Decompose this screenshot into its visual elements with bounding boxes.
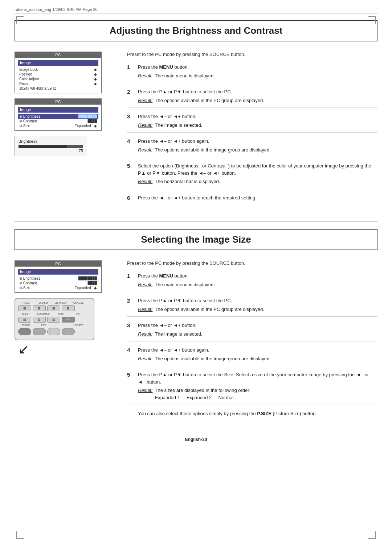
remote-btn-locate[interactable] — [62, 328, 75, 335]
monitor1-row1: Image Lock◆ — [18, 67, 98, 72]
monitor1-row3: Color Adjust◆ — [18, 77, 98, 81]
section1-step5: 5 Select the option (Brightness or Contr… — [127, 162, 377, 189]
header-text: rubens_monitor_eng 1/28/03 8:40 PM Page … — [15, 7, 98, 12]
s2-step2-result-label: Result: — [138, 306, 152, 313]
corner-bl — [16, 531, 24, 539]
remote-btn-blank — [47, 328, 60, 335]
monitor1-row2: Position◆ — [18, 72, 98, 77]
step1-content: Press the MENU button. Result: The main … — [138, 64, 377, 79]
section2-right-col: Preset to the PC mode by pressing the SO… — [127, 260, 377, 426]
brightness-label: Brightness — [19, 139, 83, 143]
step1-result-label: Result: — [138, 72, 152, 80]
section1-right-col: Preset to the PC mode by pressing the SO… — [127, 52, 377, 210]
monitor2-top: PC — [15, 99, 101, 105]
remote-btn-pbp[interactable] — [33, 328, 46, 335]
section2-step4: 4 Press the ◄– or ◄+ button again. Resul… — [127, 347, 377, 366]
section-divider — [15, 221, 377, 222]
step2-result-text: The options available in the PC group ar… — [155, 97, 264, 104]
brightness-slider-mockup: Brightness 75 — [15, 136, 87, 156]
remote-row1-btns: ⊟ ⊟ ⊟ ⊟ — [18, 305, 91, 311]
s2-step1-result-label: Result: — [138, 281, 152, 288]
section1-step1: 1 Press the MENU button. Result: The mai… — [127, 64, 377, 83]
s2-step2-result-text: The options available in the PC group ar… — [155, 306, 264, 313]
page-header: rubens_monitor_eng 1/28/03 8:40 PM Page … — [15, 7, 377, 13]
s2-step5-result-label: Result: — [138, 387, 152, 394]
s2-step1-result-text: The main menu is displayed. — [155, 281, 215, 288]
remote-label-cancel: CANCEL — [70, 301, 86, 304]
step1-result-text: The main menu is displayed. — [155, 72, 215, 80]
remote-label-blank — [53, 324, 69, 327]
monitor2-menu: Image — [18, 107, 98, 113]
s2-step3-content: Press the ◄– or ◄+ button. Result: The I… — [138, 322, 377, 337]
remote-btn-pip[interactable]: ON — [62, 317, 75, 323]
remote-row2-labels: SLEEP SUB/PAGE SIZE PIP — [18, 313, 91, 315]
remote-btn-size[interactable]: ⊟ — [47, 317, 60, 323]
step5-num: 5 — [127, 162, 138, 185]
arrow-indicator: ↙ — [18, 342, 116, 357]
remote-btn-hold[interactable]: ⊟ — [18, 305, 31, 311]
remote-btn-list[interactable]: ⊟ — [47, 305, 60, 311]
monitor2-row2: ⊕ Contrast████ — [18, 119, 98, 123]
step3-content: Press the ◄– or ◄+ button. Result: The I… — [138, 113, 377, 129]
section2-step5: 5 Press the P▲ or P▼ button to select th… — [127, 371, 377, 405]
remote-btn-psize[interactable] — [18, 328, 31, 335]
step4-num: 4 — [127, 138, 138, 153]
section2-title: Selecting the Image Size — [23, 234, 369, 245]
corner-tl — [16, 16, 24, 24]
section1-step3: 3 Press the ◄– or ◄+ button. Result: The… — [127, 113, 377, 133]
monitor2-inner: Image ⊕ Brightness████████ ⊕ Contrast███… — [15, 105, 101, 130]
remote-btn-subpage[interactable]: ⊟ — [33, 317, 46, 323]
monitor3-row3: ⊕ SizeExpanded 1◆ — [18, 285, 98, 290]
section2-body: PC Image ⊕ Brightness████████ ⊕ Contrast… — [15, 260, 377, 426]
s2-step5-content: Press the P▲ or P▼ button to select the … — [138, 371, 377, 401]
step5-content: Select the option (Brightness or Contras… — [138, 162, 377, 185]
remote-wrapper: HOLD DUAL III LIST/FLOF CANCEL ⊟ ⊟ ⊟ ⊟ S… — [15, 298, 116, 357]
remote-row2-btns: ⊟ ⊟ ⊟ ON — [18, 317, 91, 323]
remote-btn-dual[interactable]: ⊟ — [33, 305, 46, 311]
remote-btn-cancel[interactable]: ⊟ — [62, 305, 75, 311]
monitor1-menu: Image — [18, 60, 98, 66]
step2-content: Press the P▲ or P▼ button to select the … — [138, 88, 377, 104]
monitor2-row1: ⊕ Brightness████████ — [18, 114, 98, 119]
section2-title-box: Selecting the Image Size — [15, 229, 377, 250]
step2-result-label: Result: — [138, 97, 152, 104]
monitor3: PC Image ⊕ Brightness████████ ⊕ Contrast… — [15, 260, 102, 293]
step4-content: Press the ◄– or ◄+ button again. Result:… — [138, 138, 377, 153]
remote-row3-btns — [18, 328, 91, 335]
section2-note: You can also select these options simply… — [127, 410, 377, 421]
s2-step5-num: 5 — [127, 371, 138, 401]
remote-label-locate: LOCATE — [70, 324, 86, 327]
section1-left-col: PC Image Image Lock◆ Position◆ Color Adj… — [15, 52, 116, 210]
s2-step3-result-label: Result: — [138, 331, 152, 338]
monitor1: PC Image Image Lock◆ Position◆ Color Adj… — [15, 52, 102, 93]
s2-step4-result-label: Result: — [138, 355, 152, 362]
s2-step2-content: Press the P▲ or P▼ button to select the … — [138, 297, 377, 313]
step3-result-text: The Image is selected. — [155, 122, 202, 129]
remote-control: HOLD DUAL III LIST/FLOF CANCEL ⊟ ⊟ ⊟ ⊟ S… — [15, 298, 94, 340]
s2-step1-num: 1 — [127, 272, 138, 288]
section1-title: Adjusting the Brightness and Contrast — [23, 25, 369, 36]
section2-step1: 1 Press the MENU button. Result: The mai… — [127, 272, 377, 292]
s2-note-num — [127, 410, 138, 417]
remote-row3-labels: P.SIZE PBP LOCATE — [18, 324, 91, 327]
s2-step4-content: Press the ◄– or ◄+ button again. Result:… — [138, 347, 377, 362]
remote-label-psize: P.SIZE — [18, 324, 34, 327]
section2-step2: 2 Press the P▲ or P▼ button to select th… — [127, 297, 377, 317]
step5-result-label: Result: — [138, 178, 152, 185]
s2-step3-result-text: The Image is selected. — [155, 331, 202, 338]
section2-preset-note: Preset to the PC mode by pressing the SO… — [127, 260, 377, 266]
s2-step3-num: 3 — [127, 322, 138, 337]
remote-label-subpage: SUB/PAGE — [36, 313, 52, 315]
page-wrapper: rubens_monitor_eng 1/28/03 8:40 PM Page … — [0, 0, 392, 555]
s2-step1-content: Press the MENU button. Result: The main … — [138, 272, 377, 288]
step4-result-label: Result: — [138, 146, 152, 154]
monitor3-row2: ⊕ Contrast████ — [18, 281, 98, 285]
remote-label-hold: HOLD — [18, 301, 34, 304]
brightness-track — [19, 145, 83, 148]
step6-content: Press the ◄– or ◄+ button to reach the r… — [138, 194, 377, 202]
corner-tr — [368, 16, 376, 24]
remote-label-pbp: PBP — [36, 324, 52, 327]
monitor1-inner: Image Image Lock◆ Position◆ Color Adjust… — [15, 58, 101, 93]
s2-step4-result-text: The options available in the Image group… — [155, 355, 270, 362]
remote-btn-sleep[interactable]: ⊟ — [18, 317, 31, 323]
